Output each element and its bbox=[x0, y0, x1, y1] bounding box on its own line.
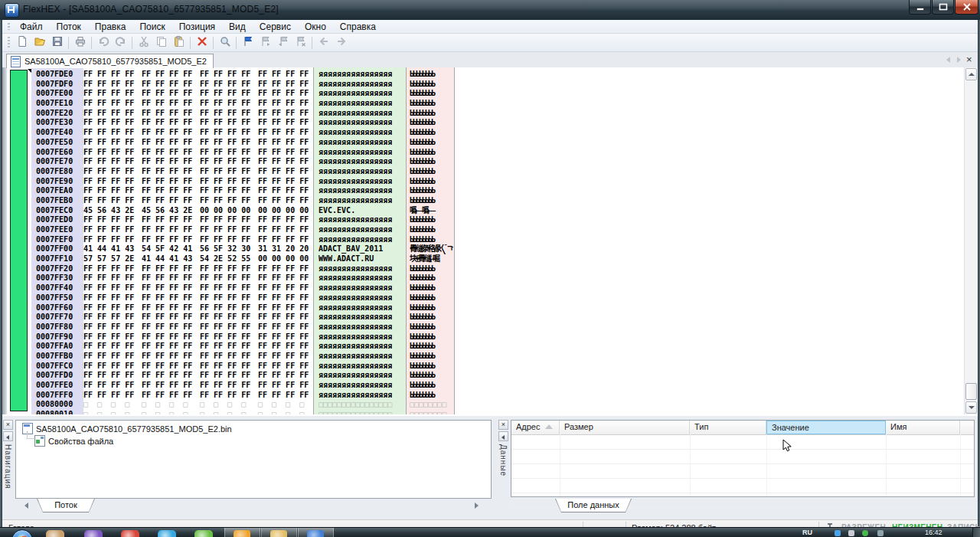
hex-bytes-group[interactable]: FF FF FF FF bbox=[83, 118, 134, 128]
cut-button[interactable] bbox=[135, 34, 152, 51]
hex-bytes-group[interactable]: FF FF FF FF bbox=[83, 381, 134, 391]
hex-bytes-group[interactable]: FF FF FF FF bbox=[200, 303, 250, 313]
hex-row-0007FDF0[interactable]: 0007FDF0FF FF FF FFFF FF FF FFFF FF FF F… bbox=[2, 80, 964, 90]
hex-bytes-group[interactable]: FF FF FF FF bbox=[142, 167, 192, 177]
ansi-text[interactable]: яяяяяяяяяяяяяяяя bbox=[318, 148, 404, 158]
ansi-text[interactable]: яяяяяяяяяяяяяяяя bbox=[318, 371, 404, 381]
ansi-text[interactable]: яяяяяяяяяяяяяяяя bbox=[318, 80, 404, 90]
minimize-button[interactable] bbox=[909, 0, 931, 15]
hex-bytes-group[interactable]: FF FF FF FF bbox=[200, 186, 250, 196]
hex-bytes-group[interactable]: FF FF FF FF bbox=[200, 342, 250, 352]
prev-bookmark-button[interactable] bbox=[274, 34, 292, 51]
hex-bytes-group[interactable]: FF FF FF FF bbox=[83, 225, 134, 235]
hex-bytes-group[interactable]: FF FF FF FF bbox=[83, 167, 134, 177]
hex-bytes-group[interactable]: 45 56 43 2E bbox=[83, 206, 134, 216]
hex-bytes-group[interactable]: 54 2E 52 55 bbox=[200, 254, 250, 264]
unicode-text[interactable]: ЬЬЬЬЬЬЬЬ bbox=[410, 89, 453, 99]
flame-app-button[interactable] bbox=[224, 528, 260, 537]
ansi-text[interactable]: яяяяяяяяяяяяяяяя bbox=[318, 128, 404, 138]
unicode-text[interactable]: 䑁䍁彔䅂彖〲ㄱ† bbox=[410, 244, 453, 254]
ansi-text[interactable]: яяяяяяяяяяяяяяяя bbox=[318, 323, 404, 332]
pin-panel-icon[interactable] bbox=[3, 431, 13, 441]
hex-bytes-group[interactable]: FF FF FF FF bbox=[83, 99, 134, 109]
column-header-3[interactable]: Значение bbox=[766, 421, 886, 434]
menu-item-6[interactable]: Сервис bbox=[253, 20, 298, 34]
hex-bytes-group[interactable]: FF FF FF FF bbox=[200, 371, 250, 381]
blue-app-button[interactable] bbox=[298, 528, 334, 537]
hex-row-0007FE40[interactable]: 0007FE40FF FF FF FFFF FF FF FFFF FF FF F… bbox=[2, 128, 964, 138]
folder-app-button[interactable] bbox=[261, 528, 297, 537]
unicode-text[interactable]: ЬЬЬЬЬЬЬЬ bbox=[410, 381, 453, 391]
hex-bytes-group[interactable]: FF FF FF FF bbox=[142, 273, 192, 283]
hex-bytes-group[interactable]: 56 5F 32 30 bbox=[200, 244, 250, 254]
table-row[interactable] bbox=[511, 478, 974, 493]
hex-bytes-group[interactable]: 54 5F 42 41 bbox=[142, 244, 192, 254]
hex-bytes-group[interactable]: □ □ □ □ bbox=[83, 410, 129, 414]
hex-bytes-group[interactable]: FF FF FF FF bbox=[83, 332, 134, 342]
hex-row-0007FE50[interactable]: 0007FE50FF FF FF FFFF FF FF FFFF FF FF F… bbox=[2, 138, 964, 148]
hex-bytes-group[interactable]: FF FF FF FF bbox=[83, 177, 134, 187]
hex-row-0007FFA0[interactable]: 0007FFA0FF FF FF FFFF FF FF FFFF FF FF F… bbox=[2, 342, 964, 352]
unicode-text[interactable]: ЬЬЬЬЬЬЬЬ bbox=[410, 128, 453, 138]
scroll-tabs-left-icon[interactable] bbox=[946, 55, 950, 64]
hex-bytes-group[interactable]: FF FF FF FF bbox=[258, 99, 309, 109]
hex-bytes-group[interactable]: □ □ □ □ bbox=[83, 400, 129, 410]
hex-row-0007FEB0[interactable]: 0007FEB0FF FF FF FFFF FF FF FFFF FF FF F… bbox=[2, 196, 964, 206]
table-row[interactable] bbox=[511, 463, 974, 479]
unicode-text[interactable]: 块⹗䑁䍁⹔啒 bbox=[410, 254, 453, 264]
hex-bytes-group[interactable]: FF FF FF FF bbox=[83, 283, 134, 293]
unicode-text[interactable]: 噅⹃噅⹃ bbox=[410, 206, 453, 216]
hex-bytes-group[interactable]: 31 31 20 20 bbox=[258, 244, 309, 254]
ansi-text[interactable]: яяяяяяяяяяяяяяяя bbox=[318, 332, 404, 342]
hex-bytes-group[interactable]: FF FF FF FF bbox=[142, 99, 192, 109]
forward-button[interactable] bbox=[332, 34, 350, 51]
hex-bytes-group[interactable]: FF FF FF FF bbox=[83, 264, 134, 274]
hex-bytes-group[interactable]: FF FF FF FF bbox=[142, 264, 192, 274]
print-button[interactable] bbox=[71, 34, 89, 51]
hex-bytes-group[interactable]: FF FF FF FF bbox=[142, 293, 192, 303]
hex-bytes-group[interactable]: FF FF FF FF bbox=[200, 89, 250, 99]
hex-row-0007FEE0[interactable]: 0007FEE0FF FF FF FFFF FF FF FFFF FF FF F… bbox=[2, 225, 964, 235]
unicode-text[interactable]: ЬЬЬЬЬЬЬЬ bbox=[410, 109, 453, 119]
hex-bytes-group[interactable]: FF FF FF FF bbox=[83, 186, 134, 196]
hex-bytes-group[interactable]: FF FF FF FF bbox=[83, 342, 134, 352]
menu-item-2[interactable]: Правка bbox=[88, 20, 133, 34]
ansi-text[interactable]: яяяяяяяяяяяяяяяя bbox=[318, 215, 404, 225]
hex-bytes-group[interactable]: FF FF FF FF bbox=[142, 128, 192, 138]
hex-bytes-group[interactable]: FF FF FF FF bbox=[142, 70, 192, 80]
ansi-text[interactable]: □□□□□□□□□□□□□□□□ bbox=[318, 410, 404, 414]
hex-bytes-group[interactable]: 41 44 41 43 bbox=[83, 244, 134, 254]
hex-row-0007FF40[interactable]: 0007FF40FF FF FF FFFF FF FF FFFF FF FF F… bbox=[2, 283, 964, 293]
unicode-text[interactable]: ЬЬЬЬЬЬЬЬ bbox=[410, 313, 453, 323]
tray-icon-green[interactable] bbox=[862, 530, 868, 536]
hex-row-0007FE90[interactable]: 0007FE90FF FF FF FFFF FF FF FFFF FF FF F… bbox=[2, 177, 964, 187]
hex-bytes-group[interactable]: FF FF FF FF bbox=[200, 235, 250, 245]
hex-bytes-group[interactable]: FF FF FF FF bbox=[142, 342, 192, 352]
hex-bytes-group[interactable]: FF FF FF FF bbox=[142, 89, 192, 99]
close-panel-icon[interactable]: × bbox=[498, 420, 508, 430]
viber-app-icon[interactable] bbox=[84, 530, 103, 537]
hex-row-0007FF50[interactable]: 0007FF50FF FF FF FFFF FF FF FFFF FF FF F… bbox=[2, 293, 964, 303]
hex-bytes-group[interactable]: FF FF FF FF bbox=[142, 118, 192, 128]
hex-bytes-group[interactable]: FF FF FF FF bbox=[142, 323, 192, 332]
hex-row-0007FE20[interactable]: 0007FE20FF FF FF FFFF FF FF FFFF FF FF F… bbox=[2, 109, 964, 119]
bookmark-button[interactable] bbox=[239, 34, 256, 51]
hex-bytes-group[interactable]: FF FF FF FF bbox=[258, 352, 309, 362]
hex-bytes-group[interactable]: FF FF FF FF bbox=[200, 264, 250, 274]
maximize-button[interactable] bbox=[932, 0, 954, 15]
ansi-text[interactable]: яяяяяяяяяяяяяяяя bbox=[318, 352, 404, 362]
hex-bytes-group[interactable]: FF FF FF FF bbox=[83, 391, 134, 401]
data-field-table[interactable]: АдресРазмерТипЗначениеИмя bbox=[511, 420, 975, 497]
hex-bytes-group[interactable]: FF FF FF FF bbox=[258, 313, 309, 323]
hex-bytes-group[interactable]: FF FF FF FF bbox=[142, 371, 192, 381]
hex-bytes-group[interactable]: FF FF FF FF bbox=[258, 283, 309, 293]
hex-bytes-group[interactable]: FF FF FF FF bbox=[200, 362, 250, 372]
find-button[interactable] bbox=[216, 34, 234, 51]
hex-row-0007FFC0[interactable]: 0007FFC0FF FF FF FFFF FF FF FFFF FF FF F… bbox=[2, 362, 964, 372]
hex-bytes-group[interactable]: □ □ □ □ bbox=[200, 410, 246, 414]
toolbar-grip[interactable] bbox=[8, 37, 10, 48]
hex-row-0007FE70[interactable]: 0007FE70FF FF FF FFFF FF FF FFFF FF FF F… bbox=[2, 157, 964, 167]
tray-icon-gray[interactable] bbox=[848, 530, 854, 536]
hex-row-0007FF20[interactable]: 0007FF20FF FF FF FFFF FF FF FFFF FF FF F… bbox=[2, 264, 964, 274]
hex-bytes-group[interactable]: FF FF FF FF bbox=[200, 283, 250, 293]
